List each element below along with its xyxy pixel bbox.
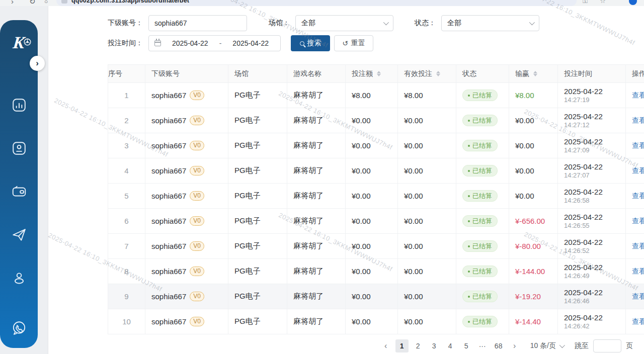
status-cell: 已结算 [456, 133, 509, 158]
view-details-link[interactable]: 查看详情 [632, 217, 644, 225]
status-label: 已结算 [472, 140, 492, 151]
table-row: 7sophia667V0PG电子麻将胡了¥0.00¥0.00已结算¥-80.00… [108, 234, 644, 259]
status-badge: 已结算 [462, 215, 498, 227]
bet-date: 2025-04-22 [564, 86, 619, 96]
bet-time-cell: 2025-04-2214:27:12 [558, 108, 626, 133]
search-button[interactable]: 搜索 [291, 35, 330, 51]
valid-bet-cell: ¥0.00 [398, 133, 456, 158]
pagination-page-2[interactable]: 2 [412, 339, 425, 352]
view-details-link[interactable]: 查看详情 [632, 317, 644, 325]
chevron-down-icon [529, 20, 535, 25]
sidebar-item-customer-service[interactable] [0, 300, 38, 354]
status-select[interactable]: 全部 [441, 15, 539, 31]
search-button-label: 搜索 [307, 39, 321, 48]
status-badge: 已结算 [462, 190, 498, 202]
pagination-page-4[interactable]: 4 [444, 339, 457, 352]
account-input[interactable] [148, 15, 247, 31]
pagination-page-5[interactable]: 5 [460, 339, 473, 352]
bet-amount-cell: ¥8.00 [346, 83, 398, 108]
sidebar-item-reports[interactable] [0, 83, 38, 127]
vip-level-badge: V0 [190, 91, 204, 100]
bookmark-star-icon[interactable]: ☆ [600, 0, 606, 5]
sort-icon[interactable] [436, 71, 440, 76]
column-header-6[interactable]: 有效投注 [398, 65, 456, 83]
sidebar-item-promotions[interactable] [0, 213, 38, 256]
action-cell: 查看详情 [626, 259, 644, 284]
pagination-page-3[interactable]: 3 [428, 339, 441, 352]
bet-date: 2025-04-22 [564, 313, 619, 322]
page-jump: 跳至 页 [575, 339, 633, 352]
win-loss-value: ¥-144.00 [515, 267, 545, 276]
venue-cell: PG电子 [228, 184, 287, 209]
row-index: 2 [108, 108, 145, 133]
brand-logo[interactable]: K [6, 33, 32, 52]
action-cell: 查看详情 [626, 184, 644, 209]
bet-time-cell: 2025-04-2214:26:58 [558, 184, 626, 209]
view-details-link[interactable]: 查看详情 [632, 116, 644, 124]
sidebar-item-members[interactable] [0, 127, 38, 170]
view-details-link[interactable]: 查看详情 [632, 192, 644, 200]
view-details-link[interactable]: 查看详情 [632, 166, 644, 174]
table-row: 4sophia667V0PG电子麻将胡了¥0.00¥0.00已结算¥0.0020… [108, 158, 644, 184]
filter-row-1: 下级账号： 场馆： 全部 状态： 全部 [108, 15, 539, 31]
sidebar-expand-button[interactable]: › [30, 56, 45, 71]
win-loss-value: ¥-19.20 [515, 292, 541, 301]
page-size-select[interactable]: 10 条/页 [530, 341, 564, 350]
address-bar[interactable]: qq002p.com:3113/app/subordinate/bet [56, 0, 577, 6]
vip-level-badge: V0 [190, 241, 204, 251]
view-details-link[interactable]: 查看详情 [632, 267, 644, 275]
date-separator: - [219, 39, 222, 47]
sidebar-item-wallet[interactable] [0, 170, 38, 213]
venue-cell: PG电子 [228, 234, 287, 259]
venue-cell: PG电子 [228, 83, 287, 108]
browser-reload-icon[interactable]: ↻ [29, 0, 36, 6]
browser-home-icon[interactable]: ○ [44, 0, 48, 6]
win-loss-value: ¥0.00 [515, 192, 534, 200]
game-name-cell: 麻将胡了 [287, 184, 346, 209]
jump-page-input[interactable] [593, 339, 621, 352]
view-details-link[interactable]: 查看详情 [632, 292, 644, 300]
browser-profile-avatar[interactable] [629, 0, 637, 5]
account-name: sophia667 [151, 292, 186, 301]
status-dot-icon [468, 195, 470, 197]
view-details-link[interactable]: 查看详情 [632, 242, 644, 250]
column-label: 状态 [462, 69, 503, 78]
sort-icon[interactable] [533, 71, 537, 76]
table-row: 3sophia667V0PG电子麻将胡了¥0.00¥0.00已结算¥0.0020… [108, 133, 644, 158]
status-dot-icon [468, 145, 470, 147]
win-loss-cell: ¥-144.00 [509, 259, 558, 284]
sidebar-item-profile[interactable] [0, 256, 38, 300]
column-header-8[interactable]: 输赢 [509, 65, 558, 83]
site-info-icon[interactable] [61, 0, 67, 4]
bet-time-cell: 2025-04-2214:26:52 [558, 234, 626, 259]
account-cell: sophia667V0 [145, 259, 228, 284]
pagination-page-68[interactable]: 68 [492, 339, 505, 352]
pagination-prev-icon[interactable]: ‹ [379, 339, 392, 352]
sort-icon[interactable] [377, 71, 381, 76]
status-badge: 已结算 [462, 316, 498, 327]
password-key-icon[interactable]: ⚿ [583, 0, 588, 5]
column-header-5[interactable]: 投注额 [346, 65, 398, 83]
row-index: 5 [108, 184, 145, 209]
win-loss-value: ¥-14.40 [515, 317, 541, 326]
bet-date: 2025-04-22 [564, 262, 619, 272]
profile-icon [12, 271, 27, 286]
venue-select[interactable]: 全部 [295, 15, 393, 31]
valid-bet-cell: ¥0.00 [398, 234, 456, 259]
action-cell: 查看详情 [626, 158, 644, 184]
venue-cell: PG电子 [228, 259, 287, 284]
pagination-next-icon[interactable]: › [508, 339, 521, 352]
table-row: 8sophia667V0PG电子麻将胡了¥0.00¥0.00已结算¥-144.0… [108, 259, 644, 284]
date-range-picker[interactable]: 2025-04-22 - 2025-04-22 [148, 35, 281, 51]
game-name-cell: 麻将胡了 [287, 234, 346, 259]
column-label: 序号 [108, 69, 145, 78]
browser-forward-icon[interactable]: › [11, 0, 14, 6]
view-details-link[interactable]: 查看详情 [632, 91, 644, 99]
account-cell: sophia667V0 [145, 108, 228, 133]
pagination-pages: 12345···68 [395, 339, 505, 352]
pagination-page-1[interactable]: 1 [395, 339, 409, 352]
view-details-link[interactable]: 查看详情 [632, 141, 644, 149]
reset-button[interactable]: ↺ 重置 [334, 35, 373, 51]
status-label: 已结算 [472, 191, 492, 201]
status-cell: 已结算 [456, 209, 509, 234]
